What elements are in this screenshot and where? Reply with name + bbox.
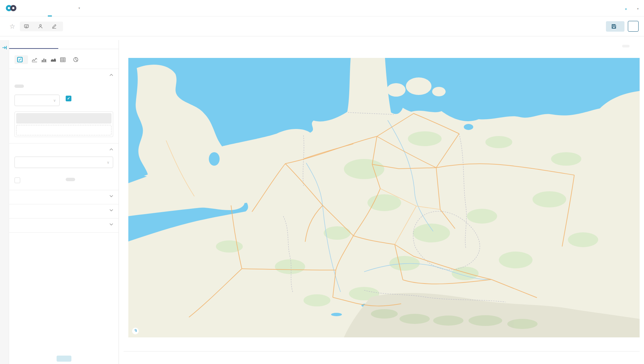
chart-meta (20, 22, 63, 31)
chevron-down-icon (109, 209, 113, 211)
checked-checkbox-icon: ✓ (17, 57, 23, 62)
panel-tabs (9, 40, 119, 49)
top-nav: ▾ ▾ ▾ (0, 0, 644, 16)
expand-panel-icon[interactable] (1, 44, 7, 51)
dashboard-icon (24, 24, 29, 29)
superset-app: ▾ ▾ ▾ ☆ (0, 0, 644, 364)
nav-dashboards[interactable] (30, 0, 43, 16)
chevron-down-icon: ∨ (107, 160, 109, 165)
row-limit-select[interactable]: ∨ (14, 95, 60, 106)
table-icon[interactable] (60, 57, 66, 62)
checked-checkbox-icon: ✓ (66, 96, 71, 101)
chevron-up-icon (109, 148, 113, 151)
query-status (622, 45, 640, 47)
last-modified-meta (52, 24, 59, 29)
time-filter-pill[interactable] (16, 113, 111, 124)
filters-box (14, 111, 113, 137)
pie-chart-icon[interactable] (73, 57, 78, 62)
data-preview-tabs (124, 347, 640, 352)
section-map[interactable] (14, 143, 113, 153)
chevron-down-icon (109, 223, 113, 226)
nav-charts[interactable] (43, 0, 57, 16)
area-chart-icon[interactable] (51, 57, 56, 62)
save-icon (611, 24, 616, 29)
viz-type-selected[interactable]: ✓ (14, 55, 28, 64)
user-icon (38, 24, 43, 29)
chevron-down-icon: ▾ (637, 7, 639, 10)
chevron-down-icon: ∨ (53, 98, 56, 103)
map-style-select[interactable]: ∨ (14, 157, 113, 168)
unchecked-checkbox-icon (14, 177, 20, 183)
dashboards-meta (24, 24, 31, 29)
section-point-color[interactable] (14, 204, 113, 213)
settings-menu[interactable]: ▾ (635, 5, 639, 11)
lonlat-pill[interactable] (14, 85, 24, 88)
superset-logo[interactable] (5, 0, 20, 16)
query-timer-badge (632, 45, 640, 47)
viz-type-row: ✓ (14, 55, 113, 64)
more-actions-button[interactable] (628, 21, 639, 32)
chart-header: ☆ (0, 16, 644, 36)
pencil-icon (52, 24, 57, 29)
infinity-logo-icon (5, 4, 17, 12)
filter-drop-zone[interactable] (16, 125, 111, 135)
nav-sql[interactable]: ▾ (70, 0, 87, 16)
chevron-down-icon: ▾ (78, 6, 80, 10)
mapbox-logo[interactable] (132, 327, 141, 335)
auto-zoom-checkbox[interactable] (14, 177, 66, 183)
control-panel: ✓ ∨ (9, 40, 119, 364)
section-point-size[interactable] (14, 190, 113, 199)
map-dots-layer (128, 58, 640, 337)
nav-datasets[interactable] (57, 0, 70, 16)
map-canvas[interactable] (128, 58, 640, 337)
chevron-down-icon: ▾ (625, 7, 627, 11)
line-chart-icon[interactable] (32, 57, 37, 62)
favorite-star-icon[interactable]: ☆ (9, 23, 15, 30)
new-item-menu[interactable]: ▾ (623, 5, 627, 12)
chevron-up-icon (109, 74, 113, 76)
save-button[interactable] (606, 21, 624, 32)
ignore-null-checkbox[interactable]: ✓ (66, 96, 113, 101)
owner-meta (38, 24, 45, 29)
update-chart-button[interactable] (57, 356, 71, 362)
section-query[interactable] (14, 69, 113, 78)
mapbox-icon (132, 327, 139, 335)
section-advanced[interactable] (14, 219, 113, 228)
tab-data[interactable] (9, 40, 58, 49)
viewport-pill[interactable] (66, 178, 75, 181)
row-count-badge (622, 45, 630, 47)
chevron-down-icon (109, 195, 113, 197)
bar-chart-icon[interactable] (41, 57, 47, 62)
panel-collapse-rail (0, 40, 9, 364)
